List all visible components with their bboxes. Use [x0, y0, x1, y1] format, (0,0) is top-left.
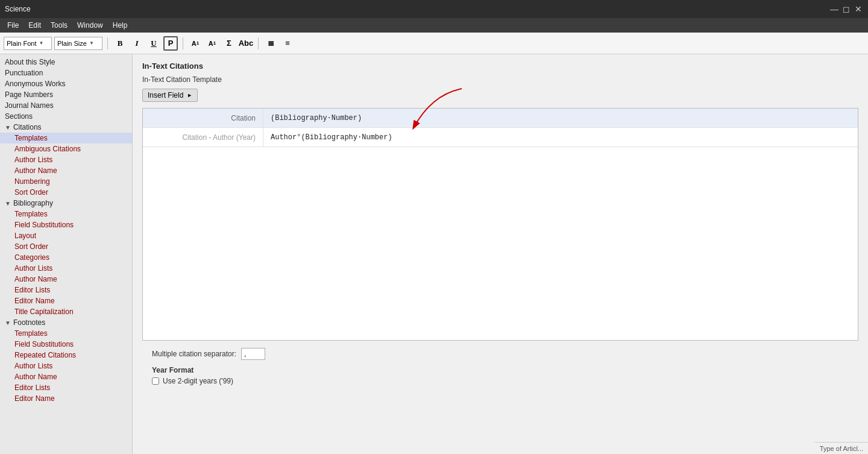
content-inner: In-Text Citations In-Text Citation Templ… — [133, 54, 868, 400]
sidebar: About this Style Punctuation Anonymous W… — [0, 54, 133, 454]
multiple-citation-separator-label: Multiple citation separator: — [152, 350, 236, 358]
sidebar-item-footnotes-field-subs[interactable]: Field Substitutions — [0, 339, 132, 350]
sigma-button[interactable]: Σ — [222, 36, 236, 51]
citation-template-row[interactable]: Citation (Bibliography·Number) — [143, 109, 858, 128]
sidebar-item-footnotes-author-name[interactable]: Author Name — [0, 371, 132, 382]
sidebar-item-citations-templates[interactable]: Templates — [0, 133, 132, 143]
app-title: Science — [5, 5, 31, 13]
sidebar-item-bibliography-layout[interactable]: Layout — [0, 230, 132, 241]
template-area-wrapper: Insert Field ► Citation (Bibliography·Nu… — [142, 89, 858, 341]
sidebar-item-bibliography-editor-lists[interactable]: Editor Lists — [0, 285, 132, 295]
sidebar-item-citations-author-lists[interactable]: Author Lists — [0, 154, 132, 165]
sidebar-item-footnotes-templates[interactable]: Templates — [0, 328, 132, 339]
sidebar-item-citations-ambiguous[interactable]: Ambiguous Citations — [0, 143, 132, 154]
toolbar-separator-1 — [107, 37, 108, 49]
use-2digit-years-label: Use 2-digit years ('99) — [163, 377, 233, 385]
citation-author-year-template-row[interactable]: Citation - Author (Year) Author°(Bibliog… — [143, 128, 858, 147]
insert-field-button[interactable]: Insert Field ► — [142, 89, 198, 102]
sidebar-item-footnotes-author-lists[interactable]: Author Lists — [0, 361, 132, 371]
sidebar-item-citations[interactable]: ▼Citations — [0, 122, 132, 133]
sidebar-item-bibliography-sort-order[interactable]: Sort Order — [0, 241, 132, 252]
superscript-button[interactable]: A1 — [188, 36, 203, 51]
section-title: In-Text Citations — [142, 61, 858, 71]
menu-window[interactable]: Window — [72, 20, 108, 31]
status-text: Type of Articl... — [820, 445, 863, 452]
citations-collapse-icon: ▼ — [5, 124, 11, 131]
citation-author-year-label: Citation - Author (Year) — [143, 128, 263, 147]
multiple-citation-separator-row: Multiple citation separator: — [152, 348, 849, 360]
sidebar-item-page-numbers[interactable]: Page Numbers — [0, 89, 132, 100]
bold-button[interactable]: B — [113, 36, 127, 51]
sidebar-item-anonymous-works[interactable]: Anonymous Works — [0, 78, 132, 89]
multiple-citation-separator-input[interactable] — [241, 348, 265, 360]
sidebar-item-sections[interactable]: Sections — [0, 111, 132, 122]
empty-row-1 — [143, 147, 858, 340]
bibliography-collapse-icon: ▼ — [5, 200, 11, 207]
title-bar: Science — ◻ ✕ — [0, 0, 868, 18]
font-family-arrow: ▼ — [39, 40, 44, 46]
subscript-button[interactable]: A1 — [205, 36, 219, 51]
toolbar: Plain Font ▼ Plain Size ▼ B I U P A1 A1 … — [0, 33, 868, 54]
subsection-title: In-Text Citation Template — [142, 75, 858, 84]
bottom-section: Multiple citation separator: Year Format… — [142, 341, 858, 393]
sidebar-item-footnotes-editor-lists[interactable]: Editor Lists — [0, 382, 132, 393]
window-controls[interactable]: — ◻ ✕ — [829, 4, 863, 14]
align-center-button[interactable]: ≡ — [280, 36, 295, 51]
sidebar-item-bibliography-author-lists[interactable]: Author Lists — [0, 263, 132, 274]
sidebar-item-bibliography-title-cap[interactable]: Title Capitalization — [0, 306, 132, 317]
sidebar-item-footnotes[interactable]: ▼Footnotes — [0, 317, 132, 328]
year-format-label: Year Format — [152, 366, 849, 374]
align-left-button[interactable]: ≣ — [263, 36, 278, 51]
sidebar-item-about-style[interactable]: About this Style — [0, 57, 132, 68]
year-format-section: Year Format Use 2-digit years ('99) — [152, 366, 849, 385]
underline-button[interactable]: U — [146, 36, 161, 51]
sidebar-item-bibliography-editor-name[interactable]: Editor Name — [0, 295, 132, 306]
italic-button[interactable]: I — [130, 36, 144, 51]
menu-tools[interactable]: Tools — [46, 20, 72, 31]
use-2digit-years-checkbox[interactable] — [152, 377, 159, 385]
footnotes-collapse-icon: ▼ — [5, 320, 11, 326]
restore-button[interactable]: ◻ — [841, 4, 851, 14]
main-layout: About this Style Punctuation Anonymous W… — [0, 54, 868, 454]
toolbar-separator-3 — [258, 37, 259, 49]
year-format-checkbox-row: Use 2-digit years ('99) — [152, 377, 849, 385]
sidebar-item-journal-names[interactable]: Journal Names — [0, 100, 132, 111]
citation-label: Citation — [143, 109, 263, 127]
plain-button[interactable]: P — [163, 36, 178, 51]
menu-file[interactable]: File — [2, 20, 24, 31]
content-area: In-Text Citations In-Text Citation Templ… — [133, 54, 868, 454]
sidebar-item-footnotes-repeated[interactable]: Repeated Citations — [0, 350, 132, 361]
insert-field-arrow-icon: ► — [187, 92, 192, 98]
template-grid: Citation (Bibliography·Number) Citation … — [142, 108, 858, 341]
font-size-arrow: ▼ — [89, 40, 94, 46]
status-bar: Type of Articl... — [815, 442, 868, 454]
font-size-selector[interactable]: Plain Size ▼ — [54, 37, 102, 50]
sidebar-item-bibliography[interactable]: ▼Bibliography — [0, 198, 132, 209]
font-family-selector[interactable]: Plain Font ▼ — [4, 37, 52, 50]
sidebar-item-bibliography-templates[interactable]: Templates — [0, 209, 132, 219]
sidebar-item-punctuation[interactable]: Punctuation — [0, 68, 132, 78]
sidebar-item-citations-numbering[interactable]: Numbering — [0, 176, 132, 187]
sidebar-item-footnotes-editor-name[interactable]: Editor Name — [0, 393, 132, 404]
citation-author-year-value[interactable]: Author°(Bibliography·Number) — [263, 128, 858, 147]
sidebar-item-citations-sort-order[interactable]: Sort Order — [0, 187, 132, 198]
sidebar-item-bibliography-author-name[interactable]: Author Name — [0, 274, 132, 285]
minimize-button[interactable]: — — [829, 4, 839, 14]
sidebar-item-bibliography-field-subs[interactable]: Field Substitutions — [0, 219, 132, 230]
menu-help[interactable]: Help — [108, 20, 133, 31]
sidebar-item-citations-author-name[interactable]: Author Name — [0, 165, 132, 176]
close-button[interactable]: ✕ — [854, 4, 863, 14]
menu-edit[interactable]: Edit — [24, 20, 46, 31]
sidebar-item-bibliography-categories[interactable]: Categories — [0, 252, 132, 263]
abc-button[interactable]: Abc — [239, 36, 253, 51]
toolbar-separator-2 — [183, 37, 183, 49]
menu-bar: File Edit Tools Window Help — [0, 18, 868, 33]
citation-value[interactable]: (Bibliography·Number) — [263, 109, 858, 127]
